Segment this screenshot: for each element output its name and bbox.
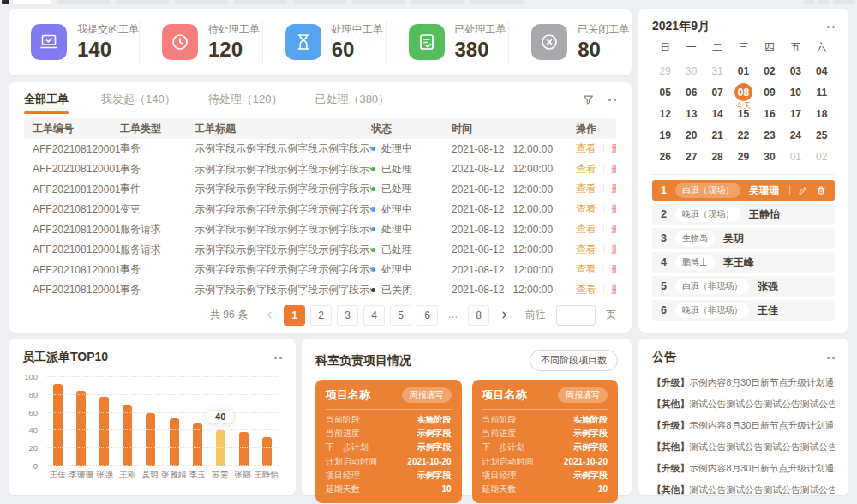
calendar-day[interactable]: 27 xyxy=(678,146,704,167)
chart-more-icon[interactable] xyxy=(274,352,282,363)
notice-item[interactable]: 【其他】测试公告测试公告测试公告测试公告测试公告 xyxy=(652,484,835,496)
top-mini-tab[interactable] xyxy=(175,0,228,4)
weekly-report-button[interactable]: 周报填写 xyxy=(402,387,452,403)
bar[interactable] xyxy=(216,430,225,466)
calendar-day[interactable]: 09 xyxy=(757,81,782,103)
top-mini-tab[interactable] xyxy=(833,0,855,4)
calendar-day[interactable]: 25 xyxy=(809,124,835,146)
delete-link[interactable]: 删除 xyxy=(611,142,616,154)
calendar-day[interactable]: 17 xyxy=(782,103,808,124)
calendar-day[interactable]: 20 xyxy=(678,124,704,146)
delete-link[interactable]: 删除 xyxy=(611,163,616,175)
top-mini-tab[interactable] xyxy=(116,0,169,4)
top-mini-tab[interactable] xyxy=(818,0,829,4)
view-link[interactable]: 查看 xyxy=(576,243,596,255)
top-mini-tab[interactable] xyxy=(293,0,346,4)
calendar-day[interactable]: 16 xyxy=(757,103,782,124)
prev-page-button[interactable] xyxy=(260,306,279,325)
calendar-day[interactable]: 30 xyxy=(678,60,704,81)
view-link[interactable]: 查看 xyxy=(576,142,596,154)
delete-link[interactable]: 删除 xyxy=(611,203,616,215)
page-button[interactable]: 1 xyxy=(284,305,305,326)
top-mini-tab[interactable] xyxy=(57,0,110,4)
view-link[interactable]: 查看 xyxy=(576,284,596,296)
calendar-day[interactable]: 29 xyxy=(730,146,756,167)
worklist-tab-0[interactable]: 全部工单 xyxy=(24,92,69,107)
calendar-day[interactable]: 05 xyxy=(652,81,678,103)
calendar-day[interactable]: 06 xyxy=(678,81,704,103)
calendar-more-icon[interactable] xyxy=(827,21,835,33)
calendar-day[interactable]: 18 xyxy=(809,103,835,124)
page-button[interactable]: 2 xyxy=(310,305,332,326)
calendar-day[interactable]: 21 xyxy=(704,124,730,146)
view-link[interactable]: 查看 xyxy=(576,183,596,195)
page-button[interactable]: 8 xyxy=(468,305,489,326)
calendar-day[interactable]: 13 xyxy=(678,103,704,124)
view-link[interactable]: 查看 xyxy=(576,203,596,215)
notice-item[interactable]: 【升级】示例内容8月30日新节点升级计划通知 xyxy=(652,463,835,475)
notice-item[interactable]: 【升级】示例内容8月30日新节点升级计划通知 xyxy=(652,377,835,389)
calendar-day[interactable]: 02 xyxy=(809,146,835,167)
calendar-day[interactable]: 11 xyxy=(809,81,835,103)
bar[interactable] xyxy=(262,437,272,466)
filter-icon[interactable] xyxy=(582,93,595,106)
calendar-day[interactable]: 01 xyxy=(782,146,808,167)
view-link[interactable]: 查看 xyxy=(576,223,596,235)
bar[interactable] xyxy=(99,397,109,466)
bar[interactable] xyxy=(123,405,132,466)
top-mini-tab[interactable] xyxy=(234,0,287,4)
delete-link[interactable]: 删除 xyxy=(611,263,616,275)
notice-item[interactable]: 【其他】测试公告测试公告测试公告测试公告测试公告 xyxy=(652,399,835,411)
notice-item[interactable]: 【升级】示例内容8月30日新节点升级计划通知 xyxy=(652,420,835,432)
notices-more-icon[interactable] xyxy=(827,352,835,363)
page-button[interactable]: 3 xyxy=(337,305,358,326)
calendar-day[interactable]: 10 xyxy=(782,81,808,103)
calendar-day[interactable]: 22 xyxy=(730,124,756,146)
calendar-day[interactable]: 31 xyxy=(704,60,730,81)
calendar-day[interactable]: 03 xyxy=(782,60,808,81)
calendar-day[interactable]: 26 xyxy=(652,146,678,167)
bar[interactable] xyxy=(170,418,179,466)
top-mini-tab[interactable] xyxy=(13,0,51,4)
calendar-day[interactable]: 23 xyxy=(757,124,782,146)
calendar-day[interactable]: 19 xyxy=(652,124,678,146)
top-mini-tab[interactable] xyxy=(470,0,524,4)
bar[interactable] xyxy=(76,391,86,466)
calendar-day[interactable]: 02 xyxy=(757,60,782,81)
calendar-day[interactable]: 07 xyxy=(704,81,730,103)
top-mini-tab[interactable] xyxy=(352,0,405,4)
trash-icon[interactable] xyxy=(816,185,826,195)
bar[interactable] xyxy=(146,413,155,466)
page-button[interactable]: … xyxy=(443,305,463,324)
worklist-tab-3[interactable]: 已处理（380） xyxy=(315,92,389,107)
delete-link[interactable]: 删除 xyxy=(611,284,616,296)
top-mini-tab[interactable] xyxy=(804,0,814,4)
bar[interactable] xyxy=(53,384,63,466)
page-button[interactable]: 4 xyxy=(363,305,385,326)
delete-link[interactable]: 删除 xyxy=(611,223,616,235)
worklist-tab-2[interactable]: 待处理（120） xyxy=(208,92,283,107)
calendar-day[interactable]: 12 xyxy=(652,103,678,124)
calendar-day[interactable]: 01 xyxy=(730,60,756,81)
delete-link[interactable]: 删除 xyxy=(611,243,616,255)
notice-item[interactable]: 【其他】测试公告测试公告测试公告测试公告测试公告 xyxy=(652,441,835,453)
page-button[interactable]: 6 xyxy=(417,305,438,326)
calendar-day[interactable]: 29 xyxy=(652,60,678,81)
calendar-day[interactable]: 28 xyxy=(704,146,730,167)
next-page-button[interactable] xyxy=(494,306,513,325)
calendar-day[interactable]: 04 xyxy=(809,60,835,81)
worklist-tab-1[interactable]: 我发起（140） xyxy=(101,92,176,107)
stage-count-button[interactable]: 不同阶段项目数 xyxy=(530,350,618,371)
calendar-day[interactable]: 08今天 xyxy=(730,81,756,103)
view-link[interactable]: 查看 xyxy=(576,163,596,175)
calendar-day[interactable]: 30 xyxy=(757,146,782,167)
goto-page-input[interactable] xyxy=(556,305,596,326)
calendar-day[interactable]: 24 xyxy=(782,124,808,146)
edit-icon[interactable] xyxy=(798,185,808,195)
calendar-day[interactable]: 14 xyxy=(704,103,730,124)
weekly-report-button[interactable]: 周报填写 xyxy=(558,387,608,403)
top-mini-tab[interactable] xyxy=(2,0,9,4)
view-link[interactable]: 查看 xyxy=(576,263,596,275)
more-icon[interactable] xyxy=(608,94,616,105)
bar[interactable] xyxy=(239,432,249,466)
